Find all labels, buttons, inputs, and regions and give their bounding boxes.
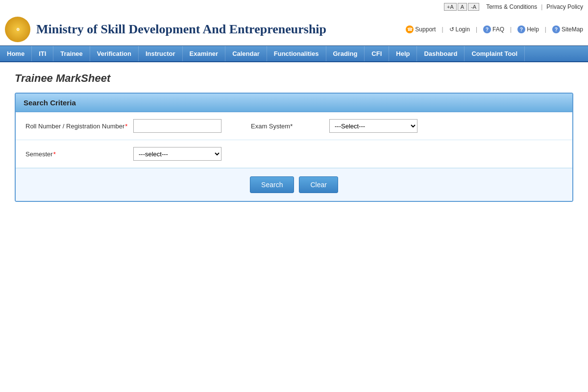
search-form-container: Search Criteria Roll Number / Registrati…	[15, 93, 573, 202]
nav-verification[interactable]: Verification	[90, 46, 139, 61]
separator3: |	[476, 26, 477, 33]
nav-complaint-tool[interactable]: Complaint Tool	[465, 46, 525, 61]
help-link[interactable]: ? Help	[517, 25, 539, 33]
faq-link[interactable]: ? FAQ	[483, 25, 504, 33]
emblem-text: ⚙	[16, 27, 20, 32]
support-icon: ☎	[406, 25, 414, 33]
form-body: Roll Number / Registration Number* Exam …	[16, 112, 572, 201]
form-row-1: Roll Number / Registration Number* Exam …	[16, 112, 572, 140]
page-title: Trainee MarkSheet	[15, 72, 573, 85]
clear-button[interactable]: Clear	[299, 176, 338, 193]
nav-iti[interactable]: ITI	[32, 46, 53, 61]
roll-number-input[interactable]	[133, 119, 221, 133]
faq-icon: ?	[483, 25, 491, 33]
semester-required: *	[53, 150, 56, 158]
nav-cfi[interactable]: CFI	[365, 46, 389, 61]
separator2: |	[441, 26, 443, 33]
login-icon: ↺	[449, 26, 454, 33]
separator5: |	[545, 26, 546, 33]
form-row-2: Semester* ---select--- Semester 1 Semest…	[16, 140, 572, 168]
support-label: Support	[415, 26, 436, 33]
font-normal-button[interactable]: A	[458, 3, 467, 11]
nav-dashboard[interactable]: Dashboard	[417, 46, 465, 61]
nav-calendar[interactable]: Calendar	[225, 46, 267, 61]
button-row: Search Clear	[16, 168, 572, 201]
roll-number-label: Roll Number / Registration Number*	[25, 122, 133, 130]
search-button[interactable]: Search	[250, 176, 294, 193]
sitemap-label: SiteMap	[562, 26, 583, 33]
exam-system-select[interactable]: ---Select--- NCVT SCVT	[329, 119, 417, 133]
nav-help[interactable]: Help	[389, 46, 417, 61]
exam-system-label: Exam System*	[251, 122, 329, 130]
nav-functionalities[interactable]: Functionalities	[267, 46, 326, 61]
support-link[interactable]: ☎ Support	[406, 25, 436, 33]
main-content: Trainee MarkSheet Search Criteria Roll N…	[0, 62, 588, 212]
separator1: |	[541, 3, 542, 10]
font-decrease-button[interactable]: -A	[468, 3, 479, 11]
help-icon: ?	[517, 25, 525, 33]
font-controls: +A A -A	[444, 3, 479, 11]
login-label: Login	[456, 26, 470, 33]
login-link[interactable]: ↺ Login	[449, 26, 470, 33]
font-increase-button[interactable]: +A	[444, 3, 457, 11]
nav-trainee[interactable]: Trainee	[53, 46, 90, 61]
search-criteria-header: Search Criteria	[16, 94, 572, 112]
org-title: Ministry of Skill Development And Entrep…	[36, 22, 326, 37]
nav-examiner[interactable]: Examiner	[183, 46, 226, 61]
faq-label: FAQ	[492, 26, 504, 33]
nav-grading[interactable]: Grading	[326, 46, 365, 61]
nav-home[interactable]: Home	[0, 46, 32, 61]
privacy-link[interactable]: Privacy Policy	[546, 3, 583, 10]
semester-label: Semester*	[25, 150, 133, 158]
terms-link[interactable]: Terms & Conditions	[486, 3, 537, 10]
header: ⚙ Ministry of Skill Development And Entr…	[0, 14, 588, 46]
sitemap-link[interactable]: ? SiteMap	[552, 25, 583, 33]
separator4: |	[510, 26, 512, 33]
top-bar: +A A -A Terms & Conditions | Privacy Pol…	[0, 0, 588, 14]
nav-instructor[interactable]: Instructor	[139, 46, 183, 61]
exam-system-field: Exam System* ---Select--- NCVT SCVT	[251, 119, 417, 133]
help-label: Help	[527, 26, 539, 33]
semester-select[interactable]: ---select--- Semester 1 Semester 2 Semes…	[133, 147, 221, 161]
header-right: ☎ Support | ↺ Login | ? FAQ | ? Help | ?…	[406, 25, 583, 33]
sitemap-icon: ?	[552, 25, 560, 33]
navbar: Home ITI Trainee Verification Instructor…	[0, 46, 588, 62]
logo-emblem: ⚙	[5, 17, 30, 42]
exam-system-required: *	[290, 122, 293, 130]
roll-number-required: *	[125, 122, 127, 130]
